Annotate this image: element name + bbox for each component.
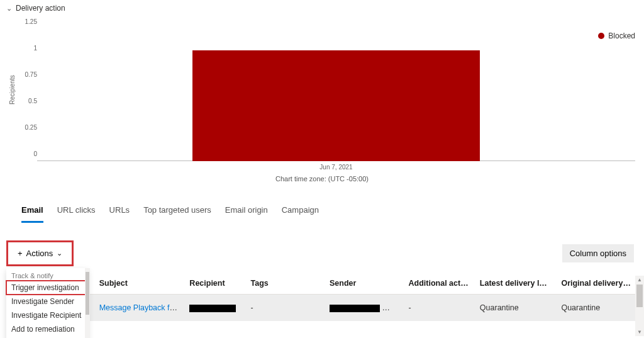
actions-button-highlight: + Actions ⌄ [6,240,74,266]
chevron-down-icon: ⌄ [6,4,12,13]
page-scrollbar[interactable]: ▲ ▼ [635,276,644,321]
actions-menu: Track & notify Trigger investigationInve… [6,268,88,321]
column-header[interactable]: Additional actions [404,273,475,295]
cell-recipient [184,295,245,322]
y-axis-label: Recipients [9,19,16,161]
chart: Blocked Recipients 1.25 1 0.75 0.5 0.25 … [0,16,644,183]
cell-sender: … [325,295,404,322]
tab-urls[interactable]: URLs [109,200,130,223]
column-header[interactable]: Original delivery locatio… [556,273,638,295]
menu-item-investigate-sender[interactable]: Investigate Sender [6,295,87,308]
plot-area: Jun 7, 2021 [37,23,635,161]
column-header[interactable]: Sender [325,273,404,295]
cell-additional-actions: - [404,295,475,322]
section-header[interactable]: ⌄ Delivery action [0,0,644,16]
tab-campaign[interactable]: Campaign [282,200,319,223]
column-header[interactable]: Recipient [184,273,245,295]
column-header[interactable]: Latest delivery location [475,273,557,295]
y-axis-ticks: 1.25 1 0.75 0.5 0.25 0 [16,19,37,157]
menu-item-trigger-investigation[interactable]: Trigger investigation [6,281,87,295]
menu-item-investigate-recipient[interactable]: Investigate Recipient [6,308,87,321]
toolbar: + Actions ⌄ Column options [0,223,644,273]
chart-bar[interactable] [192,50,479,161]
tabs: EmailURL clicksURLsTop targeted usersEma… [0,200,644,223]
cell-latest-delivery-location: Quarantine [475,295,557,322]
subject-link[interactable]: Message Playback for [99,303,179,312]
x-tick-label: Jun 7, 2021 [319,164,352,171]
column-header[interactable]: Subject [94,273,185,295]
actions-button[interactable]: + Actions ⌄ [11,245,69,262]
results-table: SubjectRecipientTagsSenderAdditional act… [6,273,638,321]
section-title: Delivery action [16,4,65,13]
chart-timezone: Chart time zone: (UTC -05:00) [9,175,635,183]
chevron-down-icon: ⌄ [57,249,62,257]
tab-email[interactable]: Email [21,200,43,223]
cell-original-delivery-location: Quarantine [556,295,638,322]
plus-icon: + [18,249,23,258]
tab-top-targeted-users[interactable]: Top targeted users [143,200,211,223]
tab-url-clicks[interactable]: URL clicks [57,200,96,223]
column-header[interactable]: Tags [246,273,325,295]
cell-tags: - [246,295,325,322]
menu-group-label: Track & notify [6,268,87,281]
table-row[interactable]: Message Playback for - …-QuarantineQuara… [6,295,638,322]
actions-label: Actions [26,249,53,258]
menu-scrollbar[interactable] [85,268,90,321]
column-options-button[interactable]: Column options [562,244,634,262]
cell-subject[interactable]: Message Playback for [94,295,185,322]
tab-email-origin[interactable]: Email origin [225,200,268,223]
